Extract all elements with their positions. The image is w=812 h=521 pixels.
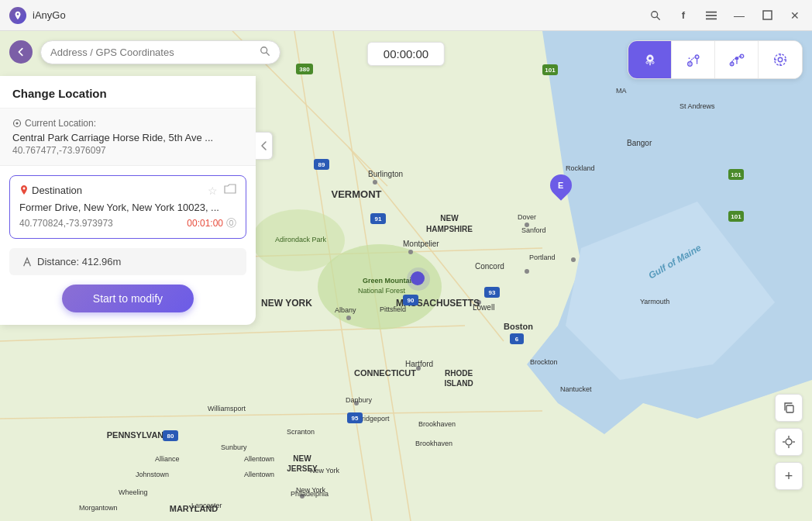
- dest-time-value: 00:01:00: [187, 218, 223, 229]
- timer-display: 00:00:00: [367, 42, 445, 66]
- svg-rect-119: [786, 405, 793, 412]
- svg-text:Brookhaven: Brookhaven: [415, 440, 452, 447]
- menu-btn[interactable]: [704, 8, 719, 23]
- mode-toolbar: [628, 40, 803, 79]
- maximize-btn[interactable]: [759, 8, 775, 23]
- svg-text:VERMONT: VERMONT: [332, 188, 382, 200]
- svg-text:Yarmouth: Yarmouth: [640, 298, 669, 305]
- svg-rect-3: [706, 15, 717, 16]
- pin-e-circle: E: [545, 170, 576, 201]
- svg-text:80: 80: [167, 433, 174, 440]
- svg-text:PENNSYLVANIA: PENNSYLVANIA: [107, 430, 173, 440]
- svg-text:Hartford: Hartford: [405, 360, 433, 368]
- svg-text:Bangor: Bangor: [627, 139, 652, 147]
- destination-label-text: Destination: [32, 185, 82, 196]
- svg-point-106: [689, 64, 690, 65]
- svg-text:ISLAND: ISLAND: [444, 379, 473, 388]
- svg-text:Montpelier: Montpelier: [403, 240, 439, 248]
- svg-text:NEW: NEW: [293, 454, 311, 463]
- facebook-btn[interactable]: f: [676, 8, 691, 23]
- svg-text:Williamsport: Williamsport: [208, 405, 246, 412]
- copy-location-btn[interactable]: [775, 394, 803, 422]
- titlebar: iAnyGo f — ✕: [0, 0, 812, 31]
- right-controls: +: [775, 394, 803, 490]
- dest-address: Former Drive, New York, New York 10023, …: [19, 202, 236, 213]
- search-title-btn[interactable]: [648, 8, 663, 23]
- main-area: Green Mountain National Forest Adirondac…: [0, 31, 812, 521]
- svg-point-22: [346, 316, 351, 320]
- svg-line-1: [657, 16, 660, 19]
- svg-text:Albany: Albany: [335, 306, 356, 314]
- multi-stop-mode-btn[interactable]: [715, 41, 759, 78]
- folder-icon[interactable]: [224, 184, 236, 197]
- dest-coords: 40.770824,-73.973973: [19, 218, 113, 229]
- panel-title: Change Location: [0, 76, 256, 109]
- svg-line-100: [267, 53, 270, 56]
- svg-text:Dover: Dover: [518, 213, 536, 221]
- svg-text:95: 95: [352, 415, 359, 422]
- dest-actions: ☆: [208, 184, 236, 197]
- collapse-panel-btn[interactable]: [256, 132, 273, 160]
- svg-text:101: 101: [545, 67, 556, 74]
- svg-text:89: 89: [318, 161, 325, 168]
- locate-me-btn[interactable]: [775, 428, 803, 456]
- teleport-mode-btn[interactable]: [628, 41, 672, 78]
- svg-rect-2: [706, 11, 717, 12]
- close-btn[interactable]: ✕: [787, 8, 803, 23]
- svg-text:Nantucket: Nantucket: [560, 385, 592, 393]
- svg-text:Portland: Portland: [529, 254, 556, 261]
- back-button[interactable]: [9, 40, 33, 64]
- svg-text:Sunbury: Sunbury: [221, 443, 247, 451]
- svg-point-118: [16, 122, 19, 125]
- dest-header: Destination ☆: [19, 184, 236, 197]
- svg-text:Allentown: Allentown: [244, 471, 274, 478]
- svg-text:93: 93: [489, 289, 496, 296]
- search-icon[interactable]: [260, 46, 270, 59]
- svg-text:St Andrews: St Andrews: [680, 102, 715, 110]
- svg-text:Johnstown: Johnstown: [136, 471, 169, 478]
- dest-time: 00:01:00 ⓪: [187, 216, 236, 230]
- minimize-btn[interactable]: —: [731, 8, 747, 23]
- current-label: Current Location:: [12, 118, 243, 129]
- svg-text:101: 101: [731, 213, 741, 220]
- favorite-icon[interactable]: ☆: [208, 185, 218, 197]
- svg-text:101: 101: [731, 171, 741, 178]
- svg-text:NEW: NEW: [440, 214, 459, 223]
- svg-text:RHODE: RHODE: [445, 369, 473, 378]
- svg-text:National Forest: National Forest: [358, 287, 406, 295]
- pin-e-label: E: [558, 181, 563, 190]
- svg-point-104: [652, 61, 654, 64]
- svg-text:Brookhaven: Brookhaven: [418, 420, 456, 428]
- svg-text:New York: New York: [296, 486, 326, 494]
- joystick-mode-btn[interactable]: [759, 41, 802, 78]
- svg-point-108: [696, 63, 697, 64]
- svg-text:JERSEY: JERSEY: [287, 464, 318, 473]
- svg-text:MA: MA: [616, 87, 627, 95]
- search-input[interactable]: [50, 47, 260, 58]
- svg-text:380: 380: [299, 66, 310, 73]
- svg-text:HAMPSHIRE: HAMPSHIRE: [426, 225, 473, 233]
- distance-icon: [22, 257, 33, 267]
- svg-point-109: [688, 57, 690, 59]
- one-stop-mode-btn[interactable]: [672, 41, 715, 78]
- svg-point-111: [731, 64, 732, 65]
- distance-section: Distance: 412.96m: [9, 248, 246, 275]
- destination-pin: E: [550, 174, 572, 196]
- zoom-in-btn[interactable]: +: [775, 462, 803, 490]
- svg-point-27: [571, 257, 576, 262]
- title-actions: f — ✕: [648, 8, 803, 23]
- current-address: Central Park Carriage Horse Ride, 5th Av…: [12, 132, 243, 143]
- app-logo: [9, 7, 26, 24]
- dest-coords-row: 40.770824,-73.973973 00:01:00 ⓪: [19, 216, 236, 230]
- svg-text:90: 90: [408, 297, 415, 304]
- help-icon[interactable]: ⓪: [226, 216, 236, 230]
- svg-text:Allentown: Allentown: [244, 455, 274, 463]
- svg-text:Burlington: Burlington: [368, 170, 403, 178]
- current-coords: 40.767477,-73.976097: [12, 145, 243, 156]
- svg-text:Sanford: Sanford: [521, 226, 546, 234]
- svg-text:CONNECTICUT: CONNECTICUT: [354, 368, 416, 378]
- svg-point-20: [408, 250, 413, 254]
- start-modify-button[interactable]: Start to modify: [62, 285, 194, 312]
- distance-label: Distance: 412.96m: [37, 256, 121, 267]
- side-panel: Change Location Current Location: Centra…: [0, 76, 256, 325]
